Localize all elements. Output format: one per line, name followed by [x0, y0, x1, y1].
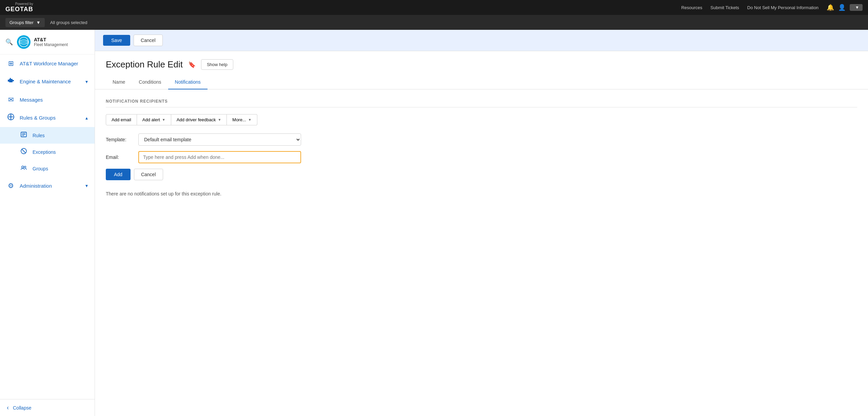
engine-chevron: ▾	[85, 79, 88, 84]
powered-by-text: Powered by	[15, 2, 33, 6]
tab-notifications[interactable]: Notifications	[168, 75, 208, 89]
add-alert-arrow: ▼	[162, 118, 165, 122]
sidebar-item-workforce[interactable]: ⊞ AT&T Workforce Manager	[0, 55, 95, 72]
sidebar-nav: ⊞ AT&T Workforce Manager Engine & Mainte…	[0, 55, 95, 399]
email-input[interactable]	[138, 151, 301, 163]
sidebar-item-groups[interactable]: Groups	[0, 160, 95, 177]
messages-label: Messages	[20, 97, 88, 103]
empty-notifications-message: There are no notifications set up for th…	[106, 191, 857, 196]
sidebar-header: 🔍 AT&T Fleet Management	[0, 30, 95, 55]
groups-filter-bar: Groups filter ▼ All groups selected	[0, 15, 868, 30]
workforce-icon: ⊞	[7, 59, 15, 67]
geotab-brand-text: GEOTAB	[5, 6, 33, 13]
administration-label: Administration	[20, 183, 81, 189]
top-nav-right: Resources Submit Tickets Do Not Sell My …	[681, 4, 863, 11]
rules-groups-label: Rules & Groups	[20, 115, 81, 121]
groups-sub-label: Groups	[33, 166, 88, 171]
template-select[interactable]: Default email templateCustom template 1C…	[138, 133, 301, 146]
svg-rect-5	[9, 79, 13, 82]
form-actions: Add Cancel	[106, 169, 857, 180]
brand-logo: AT&T Fleet Management	[17, 35, 68, 49]
notification-recipients-header: NOTIFICATION RECIPIENTS	[106, 99, 857, 107]
collapse-button[interactable]: ‹ Collapse	[0, 399, 95, 416]
rules-groups-icon	[7, 113, 15, 122]
rules-groups-chevron: ▴	[85, 115, 88, 121]
messages-icon: ✉	[7, 96, 15, 104]
administration-icon: ⚙	[7, 182, 15, 190]
toolbar: Save Cancel	[95, 30, 868, 51]
bell-icon[interactable]: 🔔	[827, 4, 834, 11]
groups-icon	[20, 164, 28, 173]
page-tabs: Name Conditions Notifications	[95, 75, 868, 89]
top-nav-left: Powered by GEOTAB	[5, 2, 33, 13]
svg-point-18	[24, 166, 26, 168]
add-email-label: Add email	[112, 117, 131, 122]
show-help-button[interactable]: Show help	[201, 59, 233, 70]
administration-chevron: ▾	[85, 183, 88, 188]
cancel-button[interactable]: Cancel	[134, 35, 163, 46]
rules-sub-label: Rules	[33, 133, 88, 138]
exceptions-icon	[20, 148, 28, 156]
att-logo	[17, 35, 31, 49]
page-title: Exception Rule Edit	[106, 59, 183, 70]
save-button[interactable]: Save	[103, 35, 130, 46]
brand-sub: Fleet Management	[34, 42, 68, 47]
tab-conditions[interactable]: Conditions	[132, 75, 168, 89]
groups-selected-label: All groups selected	[50, 20, 87, 25]
svg-line-16	[22, 149, 26, 153]
groups-filter-chevron: ▼	[36, 20, 41, 25]
template-label: Template:	[106, 137, 133, 142]
sidebar: 🔍 AT&T Fleet Management	[0, 30, 95, 416]
more-arrow: ▼	[248, 118, 252, 122]
email-label: Email:	[106, 154, 133, 160]
template-row: Template: Default email templateCustom t…	[106, 133, 857, 146]
collapse-icon: ‹	[7, 404, 9, 411]
add-driver-feedback-button[interactable]: Add driver feedback ▼	[171, 114, 227, 125]
notifications-content: NOTIFICATION RECIPIENTS Add email Add al…	[95, 89, 868, 416]
tab-name[interactable]: Name	[106, 75, 132, 89]
svg-rect-7	[10, 78, 11, 79]
sidebar-item-rules[interactable]: Rules	[0, 127, 95, 144]
add-alert-label: Add alert	[142, 117, 160, 122]
sidebar-item-messages[interactable]: ✉ Messages	[0, 91, 95, 108]
groups-filter-label: Groups filter	[9, 20, 34, 25]
rules-icon	[20, 131, 28, 140]
submit-tickets-link[interactable]: Submit Tickets	[710, 5, 739, 10]
main-layout: 🔍 AT&T Fleet Management	[0, 30, 868, 416]
page-header: Exception Rule Edit 🔖 Show help	[95, 51, 868, 70]
main-content: Save Cancel Exception Rule Edit 🔖 Show h…	[95, 30, 868, 416]
svg-point-17	[22, 166, 24, 168]
bookmark-icon[interactable]: 🔖	[188, 61, 196, 68]
sidebar-item-engine[interactable]: Engine & Maintenance ▾	[0, 72, 95, 91]
recipients-buttons: Add email Add alert ▼ Add driver feedbac…	[106, 114, 857, 125]
brand-name: AT&T	[34, 37, 68, 42]
add-email-button[interactable]: Add email	[106, 114, 137, 125]
search-button[interactable]: 🔍	[5, 38, 13, 46]
resources-link[interactable]: Resources	[681, 5, 702, 10]
svg-rect-6	[13, 80, 14, 81]
top-nav-icons: 🔔 👤 ▼	[827, 4, 863, 11]
brand-text: AT&T Fleet Management	[34, 37, 68, 47]
add-driver-feedback-label: Add driver feedback	[177, 117, 216, 122]
do-not-sell-link[interactable]: Do Not Sell My Personal Information	[747, 5, 818, 10]
user-dropdown-arrow: ▼	[855, 5, 859, 10]
geotab-logo: Powered by GEOTAB	[5, 2, 33, 13]
groups-filter-button[interactable]: Groups filter ▼	[5, 18, 45, 27]
cancel-add-button[interactable]: Cancel	[134, 169, 163, 180]
sidebar-item-exceptions[interactable]: Exceptions	[0, 144, 95, 160]
svg-rect-4	[8, 80, 9, 82]
engine-icon	[7, 77, 15, 86]
more-label: More...	[232, 117, 246, 122]
top-navigation: Powered by GEOTAB Resources Submit Ticke…	[0, 0, 868, 15]
add-driver-feedback-arrow: ▼	[218, 118, 221, 122]
user-icon[interactable]: 👤	[838, 4, 846, 11]
add-button[interactable]: Add	[106, 169, 131, 180]
exceptions-sub-label: Exceptions	[33, 149, 88, 155]
sidebar-item-administration[interactable]: ⚙ Administration ▾	[0, 177, 95, 194]
more-button[interactable]: More... ▼	[227, 114, 257, 125]
sidebar-item-rules-groups[interactable]: Rules & Groups ▴	[0, 108, 95, 127]
add-alert-button[interactable]: Add alert ▼	[137, 114, 171, 125]
collapse-label: Collapse	[13, 405, 31, 411]
user-badge[interactable]: ▼	[850, 4, 863, 11]
email-row: Email:	[106, 151, 857, 163]
